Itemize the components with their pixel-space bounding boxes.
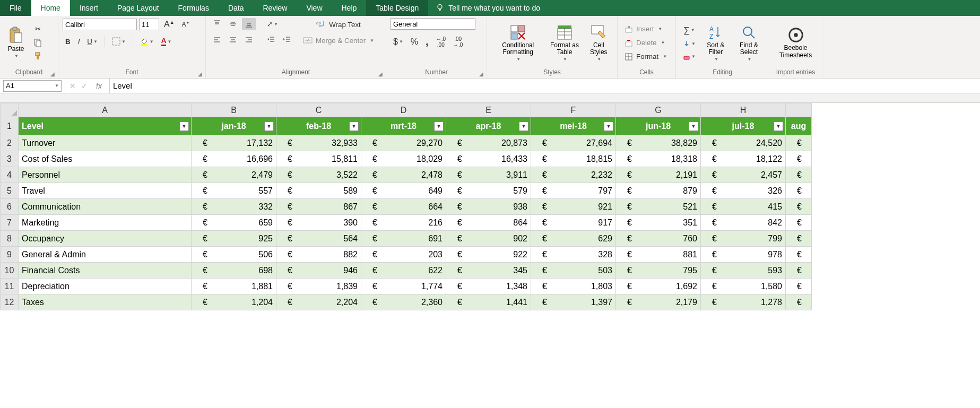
cell-value[interactable]: € [786,135,812,151]
cell-label[interactable]: Personnel [19,167,192,183]
formula-input[interactable] [110,80,980,92]
select-all-corner[interactable] [1,103,19,117]
cell-label[interactable]: Travel [19,183,192,199]
comma-format-button[interactable]: , [423,34,431,49]
row-header-12[interactable]: 12 [1,294,19,310]
cell-value[interactable]: €1,348 [446,279,531,294]
cell-value[interactable]: €691 [361,231,446,247]
increase-indent-button[interactable] [280,34,294,46]
cell-value[interactable]: €593 [701,263,786,279]
cell-value[interactable]: €503 [531,263,616,279]
table-header-month-0[interactable]: jan-18▼ [192,117,276,135]
cell-label[interactable]: Depreciation [19,279,192,294]
table-header-level[interactable]: Level▼ [19,117,192,135]
tab-file[interactable]: File [0,0,31,16]
borders-button[interactable]: ▼ [109,36,128,47]
cell-value[interactable]: €32,933 [276,135,361,151]
cell-value[interactable]: € [786,215,812,231]
cell-value[interactable]: €2,232 [531,167,616,183]
cell-value[interactable]: €351 [616,215,701,231]
filter-dropdown-icon[interactable]: ▼ [774,121,783,131]
cell-value[interactable]: €925 [192,231,276,247]
cell-value[interactable]: €622 [361,263,446,279]
font-color-button[interactable]: A▼ [159,35,175,48]
tell-me-search[interactable]: Tell me what you want to do [428,0,548,16]
table-header-month-4[interactable]: mei-18▼ [531,117,616,135]
cell-label[interactable]: General & Admin [19,247,192,263]
cell-value[interactable]: €938 [446,199,531,215]
italic-button[interactable]: I [75,36,83,47]
row-header-5[interactable]: 5 [1,183,19,199]
cell-value[interactable]: €18,815 [531,151,616,167]
row-header-10[interactable]: 10 [1,263,19,279]
underline-button[interactable]: U▼ [84,36,100,47]
col-header-B[interactable]: B [192,103,276,117]
cell-value[interactable]: €879 [616,183,701,199]
cell-value[interactable]: €2,479 [192,167,276,183]
clear-button[interactable]: ▼ [680,51,698,62]
cell-value[interactable]: € [786,231,812,247]
cut-button[interactable]: ✂ [31,23,45,34]
cell-value[interactable]: €659 [192,215,276,231]
cell-value[interactable]: €864 [446,215,531,231]
font-size-select[interactable] [139,19,159,30]
table-header-partial[interactable]: aug [786,117,812,135]
cell-value[interactable]: €1,204 [192,294,276,310]
merge-center-button[interactable]: Merge & Center ▼ [300,34,377,46]
tab-page-layout[interactable]: Page Layout [108,0,169,16]
paste-button[interactable]: Paste ▼ [4,18,28,67]
filter-dropdown-icon[interactable]: ▼ [604,121,613,131]
cell-value[interactable]: €698 [192,263,276,279]
insert-cells-button[interactable]: Insert▼ [622,23,671,35]
fill-color-button[interactable]: ▼ [137,36,157,47]
wrap-text-button[interactable]: ab Wrap Text [300,19,377,30]
align-top-button[interactable] [210,18,224,30]
cell-styles-button[interactable]: Cell Styles▼ [584,18,613,67]
cell-value[interactable]: € [786,151,812,167]
cell-label[interactable]: Taxes [19,294,192,310]
cell-value[interactable]: € [786,263,812,279]
tab-review[interactable]: Review [254,0,297,16]
tab-formulas[interactable]: Formulas [169,0,219,16]
fx-button[interactable]: fx [93,82,105,90]
cell-value[interactable]: €332 [192,199,276,215]
filter-dropdown-icon[interactable]: ▼ [179,121,189,131]
cell-value[interactable]: €38,829 [616,135,701,151]
row-header-7[interactable]: 7 [1,215,19,231]
cell-value[interactable]: €842 [701,215,786,231]
autosum-button[interactable]: ∑▼ [680,24,698,37]
align-middle-button[interactable] [226,18,240,30]
cell-label[interactable]: Cost of Sales [19,151,192,167]
copy-button[interactable] [31,37,45,48]
cell-value[interactable]: €922 [446,247,531,263]
cell-value[interactable]: €326 [701,183,786,199]
cell-value[interactable]: €2,179 [616,294,701,310]
font-dialog-launcher[interactable]: ◢ [198,71,202,77]
find-select-button[interactable]: Find & Select▼ [733,18,765,67]
accounting-format-button[interactable]: $▼ [391,36,406,48]
cell-value[interactable]: €1,774 [361,279,446,294]
cell-value[interactable]: €881 [616,247,701,263]
cell-value[interactable]: €799 [701,231,786,247]
cell-value[interactable]: €415 [701,199,786,215]
cell-value[interactable]: €1,441 [446,294,531,310]
cell-value[interactable]: €797 [531,183,616,199]
tab-help[interactable]: Help [332,0,367,16]
cell-value[interactable]: €760 [616,231,701,247]
col-header-C[interactable]: C [276,103,361,117]
table-header-month-5[interactable]: jun-18▼ [616,117,701,135]
cell-value[interactable]: €589 [276,183,361,199]
conditional-formatting-button[interactable]: Conditional Formatting▼ [491,18,545,67]
col-header-D[interactable]: D [361,103,446,117]
row-header-11[interactable]: 11 [1,279,19,294]
align-bottom-button[interactable] [242,18,256,30]
cell-value[interactable]: €579 [446,183,531,199]
cell-value[interactable]: €2,478 [361,167,446,183]
align-center-button[interactable] [226,34,240,46]
col-header-E[interactable]: E [446,103,531,117]
table-header-month-2[interactable]: mrt-18▼ [361,117,446,135]
increase-font-button[interactable]: A▲ [161,18,177,31]
cell-value[interactable]: €1,397 [531,294,616,310]
orientation-button[interactable]: ⤢▼ [264,19,281,30]
align-right-button[interactable] [242,34,256,46]
